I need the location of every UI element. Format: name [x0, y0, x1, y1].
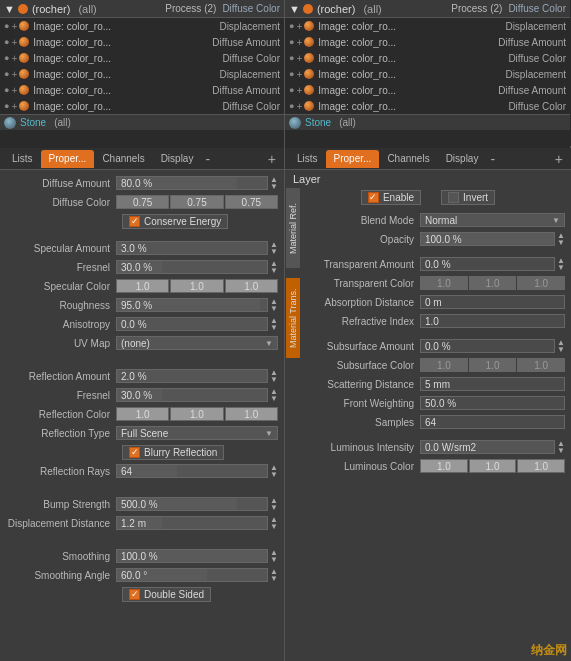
stone-row-left[interactable]: Stone (all) [0, 114, 284, 130]
reflection-rays-field[interactable]: 64 [116, 464, 268, 478]
subsurface-amount-field[interactable]: 0.0 % [420, 339, 555, 353]
list-item[interactable]: ● + Image: color_ro... Diffuse Color [0, 50, 284, 66]
tab-lists-left[interactable]: Lists [4, 150, 41, 168]
list-item[interactable]: ● + Image: color_ro... Displacement [0, 18, 284, 34]
specular-amount-field[interactable]: 3.0 % [116, 241, 268, 255]
diffuse-color-b[interactable]: 0.75 [225, 195, 278, 209]
specular-color-b[interactable]: 1.0 [225, 279, 278, 293]
displacement-distance-arrows[interactable]: ▲ ▼ [270, 516, 278, 530]
down-arrow[interactable]: ▼ [270, 267, 278, 274]
down-arrow[interactable]: ▼ [270, 556, 278, 563]
down-arrow[interactable]: ▼ [270, 183, 278, 190]
down-arrow[interactable]: ▼ [270, 504, 278, 511]
tab-channels-left[interactable]: Channels [94, 150, 152, 168]
down-arrow[interactable]: ▼ [270, 305, 278, 312]
down-arrow[interactable]: ▼ [557, 264, 565, 271]
roughness-arrows[interactable]: ▲ ▼ [270, 298, 278, 312]
list-item[interactable]: ● + Image: color_ro... Diffuse Amount [0, 34, 284, 50]
blurry-reflection-checkbox-wrap[interactable]: ✓ Blurry Reflection [122, 445, 224, 460]
opacity-field[interactable]: 100.0 % [420, 232, 555, 246]
diffuse-amount-field[interactable]: 80.0 % [116, 176, 268, 190]
tab-display-right[interactable]: Display [438, 150, 487, 168]
list-item[interactable]: ● + Image: color_ro... Diffuse Amount [285, 34, 570, 50]
transparent-amount-arrows[interactable]: ▲ ▼ [557, 257, 565, 271]
luminous-intensity-arrows[interactable]: ▲ ▼ [557, 440, 565, 454]
opacity-arrows[interactable]: ▲ ▼ [557, 232, 565, 246]
tab-display-left[interactable]: Display [153, 150, 202, 168]
diffuse-amount-arrows[interactable]: ▲ ▼ [270, 176, 278, 190]
smoothing-arrows[interactable]: ▲ ▼ [270, 549, 278, 563]
tab-minus-right[interactable]: - [486, 151, 499, 167]
side-label-material-ref-left[interactable]: Material Ref. [286, 188, 300, 268]
luminous-color-g[interactable]: 1.0 [469, 459, 517, 473]
list-item[interactable]: ● + Image: color_ro... Diffuse Color [285, 50, 570, 66]
down-arrow[interactable]: ▼ [557, 346, 565, 353]
double-sided-checkbox-wrap[interactable]: ✓ Double Sided [122, 587, 211, 602]
specular-color-g[interactable]: 1.0 [170, 279, 223, 293]
diffuse-color-r[interactable]: 0.75 [116, 195, 169, 209]
reflection-amount-field[interactable]: 2.0 % [116, 369, 268, 383]
roughness-field[interactable]: 95.0 % [116, 298, 268, 312]
list-item[interactable]: ● + Image: color_ro... Diffuse Amount [285, 82, 570, 98]
smoothing-field[interactable]: 100.0 % [116, 549, 268, 563]
reflection-color-b[interactable]: 1.0 [225, 407, 278, 421]
down-arrow[interactable]: ▼ [270, 471, 278, 478]
luminous-intensity-field[interactable]: 0.0 W/srm2 [420, 440, 555, 454]
reflection-color-g[interactable]: 1.0 [170, 407, 223, 421]
tab-proper-right[interactable]: Proper... [326, 150, 380, 168]
bump-strength-arrows[interactable]: ▲ ▼ [270, 497, 278, 511]
specular-amount-arrows[interactable]: ▲ ▼ [270, 241, 278, 255]
transparent-amount-field[interactable]: 0.0 % [420, 257, 555, 271]
luminous-color-swatch[interactable]: 1.0 1.0 1.0 [420, 459, 565, 473]
tab-lists-right[interactable]: Lists [289, 150, 326, 168]
right-header[interactable]: ▼ (rocher) (all) Process (2) Diffuse Col… [285, 0, 570, 18]
side-label-material-trans-left[interactable]: Material Trans. [286, 278, 300, 358]
tab-proper-left[interactable]: Proper... [41, 150, 95, 168]
blend-mode-dropdown[interactable]: Normal ▼ [420, 213, 565, 227]
invert-checkbox-wrap[interactable]: Invert [441, 190, 495, 205]
uv-map-dropdown[interactable]: (none) ▼ [116, 336, 278, 350]
specular-color-swatch[interactable]: 1.0 1.0 1.0 [116, 279, 278, 293]
down-arrow[interactable]: ▼ [557, 239, 565, 246]
list-item[interactable]: ● + Image: color_ro... Diffuse Color [285, 98, 570, 114]
fresnel-reflection-field[interactable]: 30.0 % [116, 388, 268, 402]
specular-color-r[interactable]: 1.0 [116, 279, 169, 293]
fresnel-specular-arrows[interactable]: ▲ ▼ [270, 260, 278, 274]
tab-plus-left[interactable]: + [264, 151, 280, 167]
smoothing-angle-field[interactable]: 60.0 ° [116, 568, 268, 582]
anisotropy-arrows[interactable]: ▲ ▼ [270, 317, 278, 331]
down-arrow[interactable]: ▼ [270, 248, 278, 255]
anisotropy-field[interactable]: 0.0 % [116, 317, 268, 331]
stone-row-right[interactable]: Stone (all) [285, 114, 570, 130]
luminous-color-r[interactable]: 1.0 [420, 459, 468, 473]
tab-plus-right[interactable]: + [551, 151, 567, 167]
displacement-distance-field[interactable]: 1.2 m [116, 516, 268, 530]
reflection-rays-arrows[interactable]: ▲ ▼ [270, 464, 278, 478]
list-item[interactable]: ● + Image: color_ro... Diffuse Color [0, 98, 284, 114]
smoothing-angle-arrows[interactable]: ▲ ▼ [270, 568, 278, 582]
conserve-energy-checkbox-wrap[interactable]: ✓ Conserve Energy [122, 214, 228, 229]
luminous-color-b[interactable]: 1.0 [517, 459, 565, 473]
list-item[interactable]: ● + Image: color_ro... Diffuse Amount [0, 82, 284, 98]
list-item[interactable]: ● + Image: color_ro... Displacement [285, 66, 570, 82]
reflection-type-dropdown[interactable]: Full Scene ▼ [116, 426, 278, 440]
bump-strength-field[interactable]: 500.0 % [116, 497, 268, 511]
down-arrow[interactable]: ▼ [557, 447, 565, 454]
down-arrow[interactable]: ▼ [270, 324, 278, 331]
collapse-arrow-right[interactable]: ▼ [289, 3, 300, 15]
fresnel-specular-field[interactable]: 30.0 % [116, 260, 268, 274]
subsurface-amount-arrows[interactable]: ▲ ▼ [557, 339, 565, 353]
reflection-amount-arrows[interactable]: ▲ ▼ [270, 369, 278, 383]
left-header[interactable]: ▼ (rocher) (all) Process (2) Diffuse Col… [0, 0, 284, 18]
enable-checkbox-wrap[interactable]: ✓ Enable [361, 190, 421, 205]
down-arrow[interactable]: ▼ [270, 523, 278, 530]
diffuse-color-g[interactable]: 0.75 [170, 195, 223, 209]
list-item[interactable]: ● + Image: color_ro... Displacement [0, 66, 284, 82]
down-arrow[interactable]: ▼ [270, 395, 278, 402]
tab-minus-left[interactable]: - [201, 151, 214, 167]
reflection-color-r[interactable]: 1.0 [116, 407, 169, 421]
diffuse-color-swatch[interactable]: 0.75 0.75 0.75 [116, 195, 278, 209]
reflection-color-swatch[interactable]: 1.0 1.0 1.0 [116, 407, 278, 421]
list-item[interactable]: ● + Image: color_ro... Displacement [285, 18, 570, 34]
down-arrow[interactable]: ▼ [270, 575, 278, 582]
